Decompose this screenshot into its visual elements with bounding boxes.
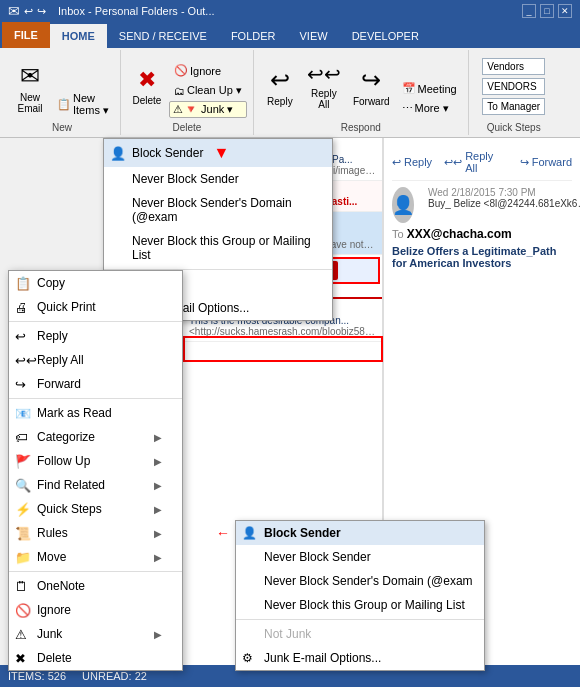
maximize-button[interactable]: □ xyxy=(540,4,554,18)
pane-reply-button[interactable]: ↩ Reply xyxy=(392,156,432,169)
find-related-icon: 🔍 xyxy=(15,478,31,493)
mark-read-icon: 📧 xyxy=(15,406,31,421)
delete-label: Delete xyxy=(133,95,162,106)
ctx-junk[interactable]: ⚠ Junk ▶ xyxy=(9,622,182,646)
follow-up-label: Follow Up xyxy=(37,454,90,468)
onenote-icon: 🗒 xyxy=(15,579,28,594)
more-label: More ▾ xyxy=(415,102,449,115)
delete-buttons: ✖ Delete 🚫 Ignore 🗂 Clean Up ▾ ⚠ 🔻 Junk … xyxy=(127,54,247,118)
reply-all-ctx-icon: ↩↩ xyxy=(15,353,37,368)
move-icon: 📁 xyxy=(15,550,31,565)
ctx-quick-print[interactable]: 🖨 Quick Print xyxy=(9,295,182,319)
bloomberg-preview: <http://sucks.hamesrash.com/bloobiz58373… xyxy=(189,326,376,337)
arrow-indicator: ▼ xyxy=(213,144,229,162)
new-items-button[interactable]: 📋 NewItems ▾ xyxy=(52,89,114,120)
more-icon: ⋯ xyxy=(402,102,413,115)
quick-redo[interactable]: ↪ xyxy=(37,5,46,18)
context-menu: 📋 Copy 🖨 Quick Print ↩ Reply ↩↩ Reply Al… xyxy=(8,270,183,671)
pane-reply-all-button[interactable]: ↩↩ Reply All xyxy=(444,150,508,174)
junk-never-block[interactable]: Never Block Sender xyxy=(104,167,332,191)
ctx-move[interactable]: 📁 Move ▶ xyxy=(9,545,182,569)
ribbon-group-quick-steps: Vendors VENDORS To Manager Quick Steps xyxy=(469,50,559,135)
forward-button[interactable]: ↪ Forward xyxy=(348,54,395,118)
delete-button[interactable]: ✖ Delete xyxy=(127,54,167,118)
respond-col: 📅 Meeting ⋯ More ▾ xyxy=(397,75,462,118)
reply-icon: ↩ xyxy=(270,66,290,94)
ctx-onenote[interactable]: 🗒 OneNote xyxy=(9,574,182,598)
junk-never-block-group[interactable]: Never Block this Group or Mailing List xyxy=(104,229,332,267)
respond-buttons: ↩ Reply ↩↩ ReplyAll ↪ Forward 📅 Meeting … xyxy=(260,54,462,118)
new-items-label: NewItems ▾ xyxy=(73,92,109,117)
tab-folder[interactable]: FOLDER xyxy=(219,24,288,48)
tab-file[interactable]: FILE xyxy=(2,22,50,48)
junk-never-block-domain[interactable]: Never Block Sender's Domain (@exam xyxy=(104,191,332,229)
ctx-quick-steps[interactable]: ⚡ Quick Steps ▶ xyxy=(9,497,182,521)
ctx-rules[interactable]: 📜 Rules ▶ xyxy=(9,521,182,545)
minimize-button[interactable]: _ xyxy=(522,4,536,18)
pane-forward-icon: ↪ xyxy=(520,156,529,169)
sub-junk-options[interactable]: ⚙ Junk E-mail Options... xyxy=(236,646,484,670)
title-text: Inbox - Personal Folders - Out... xyxy=(58,5,215,17)
ignore-label: Ignore xyxy=(190,65,221,77)
ctx-reply[interactable]: ↩ Reply xyxy=(9,324,182,348)
close-button[interactable]: ✕ xyxy=(558,4,572,18)
sub-block-icon: 👤 xyxy=(242,526,257,540)
new-items-col: 📋 NewItems ▾ xyxy=(52,89,114,120)
tab-developer[interactable]: DEVELOPER xyxy=(340,24,431,48)
new-email-button[interactable]: ✉ NewEmail xyxy=(10,56,50,120)
meeting-button[interactable]: 📅 Meeting xyxy=(397,79,462,98)
reply-all-button[interactable]: ↩↩ ReplyAll xyxy=(302,54,346,118)
forward-ctx-icon: ↪ xyxy=(15,377,26,392)
delete-icon: ✖ xyxy=(138,67,156,93)
ctx-copy[interactable]: 📋 Copy xyxy=(9,271,182,295)
ignore-button[interactable]: 🚫 Ignore xyxy=(169,61,247,80)
ctx-reply-all[interactable]: ↩↩ Reply All xyxy=(9,348,182,372)
print-icon: 🖨 xyxy=(15,300,28,315)
quick-step-manager[interactable]: To Manager xyxy=(482,98,545,115)
meeting-icon: 📅 xyxy=(402,82,416,95)
email-subject-pane: Belize Offers a Legitimate_Path for Amer… xyxy=(392,245,572,269)
ctx-divider2 xyxy=(9,398,182,399)
ctx-ignore[interactable]: 🚫 Ignore xyxy=(9,598,182,622)
ctx-find-related[interactable]: 🔍 Find Related ▶ xyxy=(9,473,182,497)
quick-steps-label: Quick Steps xyxy=(487,122,541,133)
sub-never-block-domain-label: Never Block Sender's Domain (@exam xyxy=(264,574,473,588)
ctx-delete[interactable]: ✖ Delete xyxy=(9,646,182,670)
sub-not-junk: Not Junk xyxy=(236,622,484,646)
new-email-icon: ✉ xyxy=(20,62,40,90)
sub-block-sender[interactable]: 👤 Block Sender ← xyxy=(236,521,484,545)
title-bar: ✉ ↩ ↪ Inbox - Personal Folders - Out... … xyxy=(0,0,580,22)
junk-button[interactable]: ⚠ 🔻 Junk ▾ xyxy=(169,101,247,118)
sub-never-block-domain[interactable]: Never Block Sender's Domain (@exam xyxy=(236,569,484,593)
ctx-follow-up[interactable]: 🚩 Follow Up ▶ xyxy=(9,449,182,473)
pane-forward-button[interactable]: ↪ Forward xyxy=(520,156,572,169)
email-date: Wed 2/18/2015 7:30 PM xyxy=(428,187,580,198)
cleanup-button[interactable]: 🗂 Clean Up ▾ xyxy=(169,81,247,100)
ribbon-group-respond: ↩ Reply ↩↩ ReplyAll ↪ Forward 📅 Meeting … xyxy=(254,50,469,135)
to-address: XXX@chacha.com xyxy=(407,227,512,241)
junk-block-sender[interactable]: 👤 Block Sender ▼ xyxy=(104,139,332,167)
ctx-mark-read[interactable]: 📧 Mark as Read xyxy=(9,401,182,425)
quick-step-vendors-all[interactable]: VENDORS xyxy=(482,78,545,95)
tab-home[interactable]: HOME xyxy=(50,24,107,48)
reply-button[interactable]: ↩ Reply xyxy=(260,54,300,118)
quick-undo[interactable]: ↩ xyxy=(24,5,33,18)
tab-view[interactable]: VIEW xyxy=(288,24,340,48)
junk-ctx-icon: ⚠ xyxy=(15,627,27,642)
new-buttons: ✉ NewEmail 📋 NewItems ▾ xyxy=(10,54,114,120)
email-header-row: 👤 Wed 2/18/2015 7:30 PM Buy_ Belize <8l@… xyxy=(392,187,572,223)
rules-label: Rules xyxy=(37,526,68,540)
more-respond-button[interactable]: ⋯ More ▾ xyxy=(397,99,462,118)
title-bar-controls: _ □ ✕ xyxy=(522,4,572,18)
ctx-forward[interactable]: ↪ Forward xyxy=(9,372,182,396)
reply-label: Reply xyxy=(267,96,293,107)
sub-never-block-group[interactable]: Never Block this Group or Mailing List xyxy=(236,593,484,617)
pane-forward-label: Forward xyxy=(532,156,572,168)
never-block-domain-text: Never Block Sender's Domain (@exam xyxy=(132,196,322,224)
junk-label: 🔻 Junk ▾ xyxy=(184,103,233,116)
reply-all-ctx-label: Reply All xyxy=(37,353,84,367)
quick-step-vendors[interactable]: Vendors xyxy=(482,58,545,75)
tab-send-receive[interactable]: SEND / RECEIVE xyxy=(107,24,219,48)
ctx-categorize[interactable]: 🏷 Categorize ▶ xyxy=(9,425,182,449)
sub-never-block[interactable]: Never Block Sender xyxy=(236,545,484,569)
